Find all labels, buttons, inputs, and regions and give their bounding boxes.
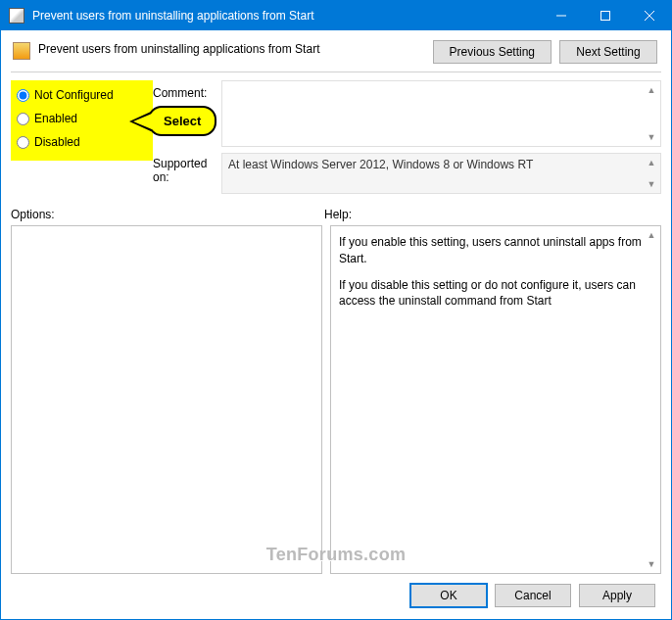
help-pane[interactable]: If you enable this setting, users cannot… [330,225,661,574]
radio-enabled-input[interactable] [17,113,29,125]
scroll-up-icon[interactable]: ▲ [645,228,658,242]
scroll-up-icon[interactable]: ▲ [645,156,658,169]
header-row: Prevent users from uninstalling applicat… [11,40,661,64]
radio-not-configured-input[interactable] [17,89,29,102]
app-icon [9,8,24,24]
policy-icon [13,42,30,60]
config-area: Not Configured Enabled Disabled Select C… [11,80,661,194]
supported-value: At least Windows Server 2012, Windows 8 … [228,158,533,171]
state-radio-group: Not Configured Enabled Disabled Select [11,80,153,161]
comment-textarea[interactable]: ▲ ▼ [221,80,661,147]
apply-button[interactable]: Apply [579,584,655,607]
help-text-2: If you disable this setting or do not co… [339,277,643,310]
scroll-up-icon[interactable]: ▲ [645,83,658,97]
radio-disabled-input[interactable] [17,136,29,149]
help-label: Help: [324,208,352,221]
window-title: Prevent users from uninstalling applicat… [32,9,539,23]
dialog-body: Prevent users from uninstalling applicat… [1,30,671,619]
svg-rect-1 [600,12,609,21]
callout-arrow-icon [129,112,151,131]
radio-disabled-label: Disabled [34,135,80,149]
options-pane[interactable] [11,225,322,574]
window-controls [539,1,671,30]
panes: If you enable this setting, users cannot… [11,225,661,574]
annotation-callout: Select [126,106,216,136]
supported-label: Supported on: [153,147,221,194]
radio-disabled[interactable]: Disabled [17,135,145,149]
next-setting-button[interactable]: Next Setting [559,40,657,64]
minimize-button[interactable] [539,1,583,30]
pane-labels: Options: Help: [11,208,661,221]
ok-button[interactable]: OK [410,584,487,607]
radio-not-configured-label: Not Configured [34,88,114,102]
callout-text: Select [148,106,216,136]
scroll-down-icon[interactable]: ▼ [645,177,658,191]
help-text-1: If you enable this setting, users cannot… [339,234,643,267]
previous-setting-button[interactable]: Previous Setting [433,40,552,64]
group-policy-dialog: Prevent users from uninstalling applicat… [0,0,672,620]
scroll-down-icon[interactable]: ▼ [645,557,658,571]
options-label: Options: [11,208,324,221]
footer-buttons: OK Cancel Apply [11,574,661,619]
cancel-button[interactable]: Cancel [495,584,571,607]
supported-textarea: At least Windows Server 2012, Windows 8 … [221,153,661,194]
radio-not-configured[interactable]: Not Configured [17,88,145,102]
maximize-button[interactable] [583,1,627,30]
divider [11,72,661,72]
close-button[interactable] [627,1,671,30]
titlebar: Prevent users from uninstalling applicat… [1,1,671,30]
scroll-down-icon[interactable]: ▼ [645,130,658,144]
radio-enabled-label: Enabled [34,112,77,125]
policy-title: Prevent users from uninstalling applicat… [38,40,433,56]
nav-buttons: Previous Setting Next Setting [433,40,657,64]
